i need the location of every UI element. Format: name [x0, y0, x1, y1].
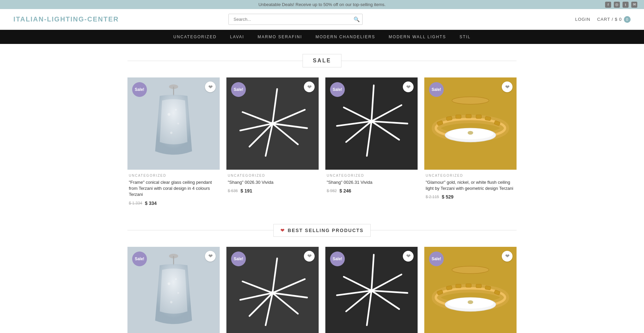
- svg-point-5: [170, 132, 172, 134]
- facebook-icon[interactable]: f: [605, 2, 611, 8]
- svg-point-47: [175, 278, 177, 280]
- logo[interactable]: ITALIAN-LIGHTING-CENTER: [13, 15, 119, 23]
- svg-rect-79: [476, 284, 482, 288]
- sale-badge-3: Sale!: [330, 82, 345, 97]
- sale-product-3-name: "Shang" 0026.31 Vivida: [327, 179, 416, 185]
- best-selling-title: ❤ BEST SELLING PRODUCTS: [273, 224, 371, 237]
- wishlist-btn-2[interactable]: ❤: [304, 81, 315, 92]
- sale-product-3-price-new: $ 246: [339, 188, 351, 193]
- sale-product-4-price: $ 2.115 $ 529: [426, 194, 515, 200]
- search-input[interactable]: [228, 14, 363, 25]
- instagram-icon[interactable]: ◎: [614, 2, 620, 8]
- social-icons: f ◎ t ✉: [605, 2, 637, 8]
- heart-icon: ❤: [280, 228, 285, 233]
- bs-product-1-image: Sale! ❤: [127, 247, 220, 333]
- sale-product-4-info: UNCATEGORIZED "Glamour" gold, nickel, or…: [424, 170, 517, 201]
- svg-point-16: [271, 122, 274, 125]
- wishlist-btn-1[interactable]: ❤: [205, 81, 216, 92]
- bs-product-3-image: Sale! ❤: [325, 247, 418, 333]
- sale-product-2[interactable]: Sale! ❤ UNCATEGORIZED "Shang" 0026.30 Vi…: [226, 77, 319, 207]
- wishlist-btn-3[interactable]: ❤: [403, 81, 414, 92]
- bs-product-2[interactable]: Sale! ❤ UNCATEGORIZED "Shang" 0026.30 Vi…: [226, 247, 319, 333]
- sale-product-1-price-new: $ 334: [145, 201, 157, 206]
- bs-product-4-image: Sale! ❤: [424, 247, 517, 333]
- best-selling-product-grid: Sale! ❤ UNCATEGORIZED "Frame" conical cl…: [127, 247, 517, 333]
- bs-wishlist-btn-4[interactable]: ❤: [502, 251, 513, 262]
- nav-lavai[interactable]: LAVAI: [230, 30, 244, 44]
- svg-point-74: [468, 300, 473, 304]
- sale-product-1-info: UNCATEGORIZED "Frame" conical clear glas…: [127, 170, 220, 207]
- header: ITALIAN-LIGHTING-CENTER 🔍 LOGIN CART / $…: [0, 9, 644, 30]
- twitter-icon[interactable]: t: [623, 2, 629, 8]
- nav-modern-wall-lights[interactable]: MODERN WALL LIGHTS: [389, 30, 446, 44]
- sale-product-2-price-old: $ 636: [228, 188, 238, 193]
- sale-badge-2: Sale!: [231, 82, 246, 97]
- svg-point-6: [175, 109, 177, 111]
- cart-count: 0: [624, 16, 631, 23]
- best-selling-label: BEST SELLING PRODUCTS: [288, 228, 364, 233]
- bs-sale-badge-4: Sale!: [429, 252, 444, 266]
- nav-modern-chandeliers[interactable]: MODERN CHANDELIERS: [316, 30, 375, 44]
- svg-point-69: [452, 266, 489, 273]
- sale-product-1-price: $ 1.334 $ 334: [129, 201, 218, 206]
- svg-point-33: [468, 131, 473, 135]
- bs-sale-badge-2: Sale!: [231, 252, 246, 266]
- sale-product-grid: Sale! ❤ UNCATEGORIZED "Frame" conical cl…: [127, 77, 517, 207]
- sale-product-1-price-old: $ 1.334: [129, 201, 142, 206]
- bs-product-3[interactable]: Sale! ❤ UNCATEGORIZED "Shang" 0026.31 Vi…: [325, 247, 418, 333]
- bs-product-1[interactable]: Sale! ❤ UNCATEGORIZED "Frame" conical cl…: [127, 247, 220, 333]
- login-link[interactable]: LOGIN: [575, 17, 590, 22]
- svg-rect-35: [446, 116, 452, 121]
- sale-product-3-info: UNCATEGORIZED "Shang" 0026.31 Vivida $ 9…: [325, 170, 418, 195]
- sale-badge-4: Sale!: [429, 82, 444, 97]
- sale-product-2-image: Sale! ❤: [226, 77, 319, 170]
- banner-text: Unbeatable Deals! Receive up to 50% off …: [258, 2, 385, 7]
- bs-sale-badge-1: Sale!: [132, 252, 147, 266]
- svg-rect-80: [485, 285, 491, 290]
- bs-wishlist-btn-3[interactable]: ❤: [403, 251, 414, 262]
- bs-product-4[interactable]: Sale! ❤ UNCATEGORIZED "Glamour" gold, ni…: [424, 247, 517, 333]
- best-selling-line-left: [127, 230, 273, 230]
- sale-section-title-wrap: SALE: [127, 54, 517, 67]
- svg-point-28: [452, 97, 489, 104]
- svg-rect-78: [466, 284, 472, 287]
- sale-product-4-category: UNCATEGORIZED: [426, 174, 515, 177]
- search-wrap: 🔍: [228, 14, 363, 25]
- svg-point-4: [177, 123, 179, 125]
- svg-rect-77: [456, 284, 462, 288]
- svg-point-44: [168, 282, 170, 285]
- sale-product-3[interactable]: Sale! ❤ UNCATEGORIZED "Shang" 0026.31 Vi…: [325, 77, 418, 207]
- sale-product-3-category: UNCATEGORIZED: [327, 174, 416, 177]
- header-right: LOGIN CART / $ 0 0: [575, 16, 631, 23]
- nav-marmo-serafini[interactable]: MARMO SERAFINI: [258, 30, 302, 44]
- sale-product-1[interactable]: Sale! ❤ UNCATEGORIZED "Frame" conical cl…: [127, 77, 220, 207]
- bs-sale-badge-3: Sale!: [330, 252, 345, 266]
- sale-product-4-price-old: $ 2.115: [426, 195, 439, 199]
- svg-point-46: [170, 301, 172, 303]
- cart-link[interactable]: CART / $ 0 0: [597, 16, 631, 23]
- sale-product-4-image: Sale! ❤: [424, 77, 517, 170]
- sale-product-4-name: "Glamour" gold, nickel, or white flush c…: [426, 179, 515, 191]
- nav-stil[interactable]: STIL: [460, 30, 471, 44]
- best-selling-title-wrap: ❤ BEST SELLING PRODUCTS: [127, 224, 517, 237]
- search-button[interactable]: 🔍: [354, 16, 360, 22]
- bs-wishlist-btn-1[interactable]: ❤: [205, 251, 216, 262]
- cart-label: CART / $ 0: [597, 17, 622, 22]
- main-content: SALE: [121, 44, 523, 333]
- main-nav: UNCATEGORIZED LAVAI MARMO SERAFINI MODER…: [0, 30, 644, 44]
- svg-point-3: [168, 113, 170, 116]
- svg-rect-39: [485, 116, 491, 121]
- sale-title-line-left: [127, 61, 303, 61]
- sale-product-2-info: UNCATEGORIZED "Shang" 0026.30 Vivida $ 6…: [226, 170, 319, 195]
- svg-rect-37: [466, 114, 472, 118]
- svg-point-67: [370, 289, 373, 292]
- email-icon[interactable]: ✉: [631, 2, 637, 8]
- sale-section-title: SALE: [303, 54, 342, 67]
- bs-wishlist-btn-2[interactable]: ❤: [304, 251, 315, 262]
- sale-product-4[interactable]: Sale! ❤ UNCATEGORIZED "Glamour" gold, ni…: [424, 77, 517, 207]
- nav-uncategorized[interactable]: UNCATEGORIZED: [173, 30, 217, 44]
- sale-product-3-price-old: $ 982: [327, 188, 337, 193]
- sale-product-1-name: "Frame" conical clear glass ceiling pend…: [129, 179, 218, 198]
- bs-product-2-image: Sale! ❤: [226, 247, 319, 333]
- wishlist-btn-4[interactable]: ❤: [502, 81, 513, 92]
